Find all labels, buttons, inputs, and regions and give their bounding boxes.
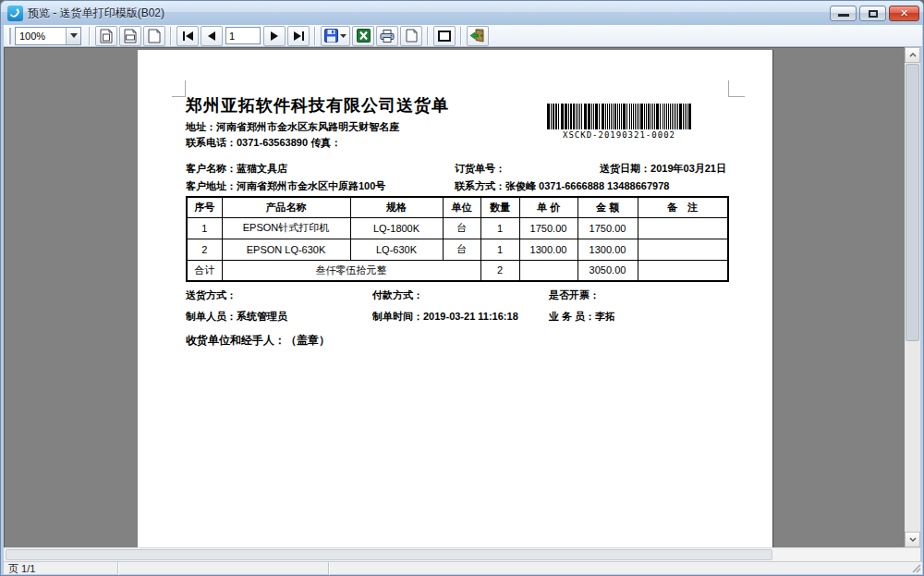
fit-page-width-button[interactable] [119, 26, 141, 46]
horizontal-scroll-thumb[interactable] [6, 549, 772, 560]
margins-button[interactable] [433, 26, 456, 46]
cell-amount: 1300.00 [578, 239, 638, 260]
toolbar-separator [427, 27, 429, 45]
vertical-scrollbar[interactable] [905, 47, 920, 547]
statusbar: 页 1/1 [4, 561, 922, 574]
cell-unit: 台 [443, 239, 480, 260]
chevron-down-icon[interactable] [66, 28, 80, 44]
document-title: 郑州亚拓软件科技有限公司送货单 [186, 94, 449, 116]
page-fit-icon [100, 29, 113, 43]
square-outline-icon [438, 31, 451, 42]
status-page-panel: 页 1/1 [4, 562, 118, 575]
contact-info: 联系方式：张俊峰 0371-6666888 13488667978 [455, 179, 669, 193]
last-page-icon [294, 31, 304, 41]
status-panel-3 [330, 562, 921, 575]
delivery-method: 送货方式： [186, 288, 237, 302]
barcode-bars [533, 104, 705, 129]
delivery-date: 送货日期：2019年03月21日 [600, 162, 726, 176]
customer-name: 客户名称：蓝猫文具店 [186, 162, 287, 176]
cell-product: EPSON针式打印机 [222, 217, 350, 239]
preview-window: 预览 - 送货单打印模版(B02) ✕ 100% [0, 0, 924, 576]
items-table: 序号 产品名称 规格 单位 数量 单 价 金 额 备 注 1 EPSON针式打印… [186, 196, 729, 282]
col-spec: 规格 [350, 197, 443, 217]
preview-area: 郑州亚拓软件科技有限公司送货单 地址：河南省郑州市金水区东风路明天财智名座 联系… [4, 47, 905, 547]
cell-price: 1300.00 [519, 239, 578, 260]
last-page-button[interactable] [287, 26, 310, 46]
total-label: 合计 [187, 260, 222, 281]
page-number-input[interactable] [225, 27, 261, 44]
chevron-down-icon [909, 537, 917, 542]
table-row: 1 EPSON针式打印机 LQ-1800K 台 1 1750.00 1750.0… [187, 217, 728, 239]
zoom-select[interactable]: 100% [15, 27, 81, 45]
col-price: 单 价 [519, 197, 578, 217]
first-page-icon [183, 31, 193, 41]
total-amount-chinese: 叁仟零伍拾元整 [222, 260, 480, 281]
total-qty: 2 [480, 260, 519, 281]
col-amount: 金 额 [578, 197, 638, 217]
customer-address: 客户地址：河南省郑州市金水区中原路100号 [186, 179, 385, 193]
scroll-down-button[interactable] [905, 532, 920, 547]
first-page-button[interactable] [176, 26, 199, 46]
page-plain-icon [148, 29, 161, 43]
table-total-row: 合计 叁仟零伍拾元整 2 3050.00 [187, 260, 728, 281]
cell-remark [638, 217, 728, 239]
invoice-flag: 是否开票： [549, 288, 600, 302]
page-setup-button[interactable] [400, 26, 422, 46]
toolbar: 100% [4, 25, 922, 47]
print-button[interactable] [376, 26, 398, 46]
exit-door-icon [470, 29, 485, 43]
export-excel-button[interactable] [352, 26, 374, 46]
maximize-button[interactable] [859, 6, 886, 21]
barcode-text: XSCKD-20190321-0002 [533, 130, 705, 140]
fit-whole-page-button[interactable] [95, 26, 117, 46]
save-button[interactable] [321, 26, 350, 46]
actual-size-button[interactable] [143, 26, 165, 46]
total-remark-empty [638, 260, 728, 281]
window-title: 预览 - 送货单打印模版(B02) [28, 6, 164, 21]
col-remark: 备 注 [638, 197, 728, 217]
cell-remark [638, 239, 728, 260]
cell-price: 1750.00 [519, 217, 578, 239]
toolbar-separator [314, 27, 316, 45]
table-header-row: 序号 产品名称 规格 单位 数量 单 价 金 额 备 注 [187, 197, 728, 217]
status-panel-2 [119, 562, 329, 575]
table-row: 2 EPSON LQ-630K LQ-630K 台 1 1300.00 1300… [187, 239, 728, 260]
exit-button[interactable] [467, 26, 489, 46]
horizontal-scrollbar[interactable] [4, 547, 920, 561]
resize-grip[interactable] [911, 563, 921, 573]
barcode: XSCKD-20190321-0002 [533, 104, 705, 140]
chevron-up-icon [909, 53, 917, 57]
col-qty: 数量 [480, 197, 519, 217]
make-time: 制单时间：2019-03-21 11:16:18 [372, 310, 518, 324]
cell-qty: 1 [480, 239, 519, 260]
toolbar-separator [170, 27, 172, 45]
scroll-up-button[interactable] [905, 47, 920, 63]
previous-page-button[interactable] [201, 26, 223, 46]
cell-spec: LQ-630K [350, 239, 443, 260]
previous-page-icon [208, 31, 215, 41]
salesman: 业 务 员：李拓 [549, 310, 615, 324]
maker: 制单人员：系统管理员 [186, 310, 287, 324]
company-phone: 联系电话：0371-63563890 传真： [186, 136, 341, 150]
toolbar-grip[interactable] [7, 28, 11, 44]
cell-seq: 1 [187, 217, 222, 239]
total-amount: 3050.00 [578, 260, 638, 281]
close-button[interactable]: ✕ [889, 6, 919, 21]
vertical-scroll-thumb[interactable] [906, 64, 919, 341]
minimize-icon [838, 14, 849, 17]
printer-icon [380, 30, 395, 43]
page-width-icon [124, 29, 137, 43]
excel-export-icon [357, 29, 371, 43]
next-page-button[interactable] [263, 26, 286, 46]
minimize-button[interactable] [830, 6, 857, 21]
col-seq: 序号 [187, 197, 222, 217]
company-address: 地址：河南省郑州市金水区东风路明天财智名座 [186, 120, 399, 134]
crop-mark-top-left [172, 80, 186, 97]
stamp-line: 收货单位和经手人：（盖章） [186, 333, 330, 349]
next-page-icon [271, 31, 278, 41]
chevron-down-icon [340, 34, 346, 38]
col-unit: 单位 [443, 197, 480, 217]
cell-spec: LQ-1800K [350, 217, 443, 239]
order-number: 订货单号： [455, 162, 505, 176]
cell-amount: 1750.00 [578, 217, 638, 239]
